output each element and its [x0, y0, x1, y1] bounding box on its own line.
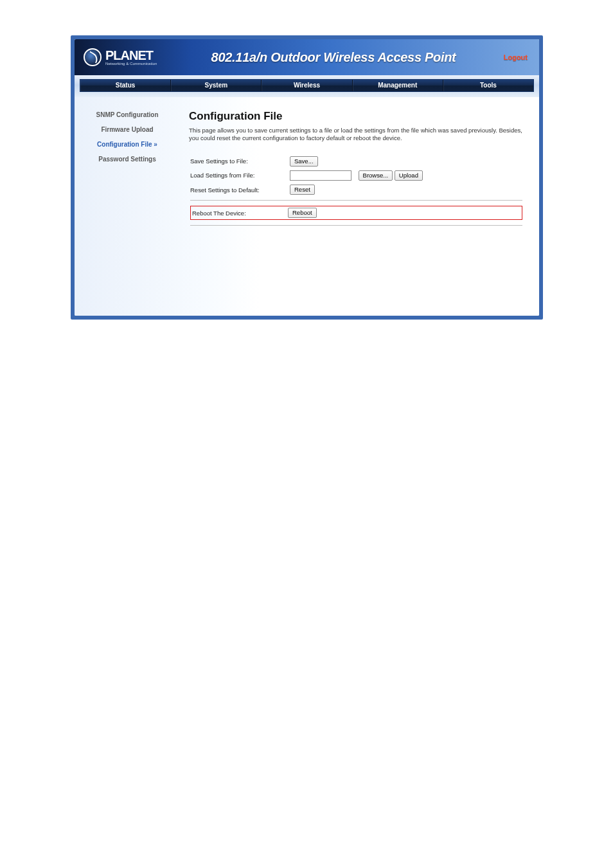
reboot-highlight: Reboot The Device: — [190, 206, 522, 220]
brand-name: PLANET — [105, 49, 157, 62]
separator-bottom — [190, 225, 522, 226]
nav-system[interactable]: System — [171, 80, 262, 91]
sidebar-item-config-file[interactable]: Configuration File — [75, 137, 180, 152]
brand-tagline: Networking & Communication — [105, 62, 157, 66]
planet-swirl-icon — [84, 48, 102, 66]
sidebar: SNMP Configuration Firmware Upload Confi… — [75, 97, 184, 316]
reboot-button[interactable] — [288, 208, 317, 218]
page-title: 802.11a/n Outdoor Wireless Access Point — [157, 50, 503, 65]
nav-management[interactable]: Management — [353, 80, 443, 91]
reset-label: Reset Settings to Default: — [189, 183, 289, 197]
app-inner: PLANET Networking & Communication 802.11… — [75, 39, 539, 316]
app-frame: PLANET Networking & Communication 802.11… — [71, 35, 543, 320]
separator — [190, 200, 522, 201]
brand-logo: PLANET Networking & Communication — [84, 48, 157, 66]
save-button[interactable] — [290, 156, 318, 167]
sidebar-item-password[interactable]: Password Settings — [75, 152, 180, 167]
load-file-input[interactable] — [290, 170, 351, 181]
header-banner: PLANET Networking & Communication 802.11… — [75, 39, 539, 75]
logout-link[interactable]: Logout — [504, 53, 528, 61]
nav-wireless[interactable]: Wireless — [262, 80, 352, 91]
row-save: Save Settings to File: — [189, 154, 524, 168]
save-label: Save Settings to File: — [189, 154, 289, 168]
reboot-label: Reboot The Device: — [192, 210, 288, 217]
nav-status[interactable]: Status — [80, 80, 171, 91]
topnav-container: Status System Wireless Management Tools — [75, 75, 539, 97]
body-area: SNMP Configuration Firmware Upload Confi… — [75, 97, 539, 316]
config-form: Save Settings to File: Load Settings fro… — [189, 154, 524, 230]
sidebar-item-firmware[interactable]: Firmware Upload — [75, 122, 180, 137]
row-reset: Reset Settings to Default: — [189, 183, 524, 197]
row-load: Load Settings from File: — [189, 168, 524, 183]
content-panel: Configuration File This page allows you … — [184, 97, 539, 316]
nav-tools[interactable]: Tools — [443, 80, 533, 91]
sidebar-item-snmp[interactable]: SNMP Configuration — [75, 107, 180, 122]
load-label: Load Settings from File: — [189, 168, 289, 183]
reset-button[interactable] — [290, 185, 315, 195]
upload-button[interactable] — [395, 170, 423, 181]
content-description: This page allows you to save current set… — [189, 127, 524, 143]
browse-button[interactable] — [359, 170, 393, 181]
row-reboot: Reboot The Device: — [189, 204, 524, 222]
content-title: Configuration File — [189, 110, 524, 123]
topnav: Status System Wireless Management Tools — [80, 79, 534, 92]
